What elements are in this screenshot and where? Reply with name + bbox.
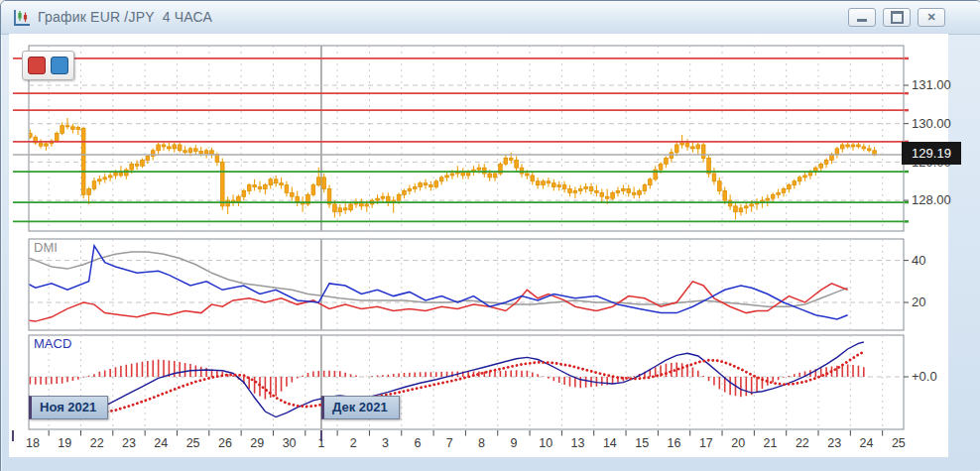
candle-body bbox=[504, 159, 508, 165]
candle-body bbox=[718, 181, 722, 191]
candle-body bbox=[568, 188, 572, 192]
day-label: 26 bbox=[218, 436, 232, 450]
candle-body bbox=[638, 190, 642, 194]
candle-body bbox=[782, 188, 786, 192]
candle-body bbox=[632, 192, 636, 194]
day-label: 9 bbox=[510, 436, 517, 450]
candle-body bbox=[862, 147, 866, 149]
candle-body bbox=[701, 145, 705, 159]
candle-body bbox=[797, 177, 801, 181]
current-price-tag: 129.19 bbox=[902, 142, 961, 165]
candle-body bbox=[584, 187, 588, 189]
candle-body bbox=[274, 179, 278, 183]
candle-body bbox=[493, 174, 497, 177]
day-label: 10 bbox=[539, 436, 552, 450]
candle-body bbox=[851, 145, 855, 147]
maximize-button[interactable] bbox=[883, 8, 911, 27]
candle-body bbox=[450, 174, 454, 176]
day-label: 20 bbox=[731, 436, 745, 450]
day-label: 21 bbox=[764, 436, 778, 450]
candle-body bbox=[108, 176, 112, 177]
candle-body bbox=[526, 174, 530, 176]
candle-body bbox=[531, 176, 535, 181]
candle-body bbox=[643, 185, 647, 191]
candle-body bbox=[766, 198, 770, 200]
candle-body bbox=[659, 164, 663, 170]
level-stub bbox=[905, 220, 910, 222]
candle-body bbox=[777, 192, 781, 194]
day-label: 22 bbox=[90, 436, 104, 450]
candle-body bbox=[482, 168, 486, 174]
candle-body bbox=[803, 176, 807, 177]
close-button[interactable]: ✕ bbox=[918, 8, 945, 27]
candle-body bbox=[119, 173, 123, 176]
candle-body bbox=[552, 183, 556, 187]
price-axis-label: 130.00 bbox=[912, 116, 951, 131]
price-axis-label: 128.00 bbox=[912, 192, 951, 207]
level-stub bbox=[905, 58, 910, 59]
day-label: 3 bbox=[382, 436, 389, 450]
candle-body bbox=[162, 145, 166, 147]
candle-body bbox=[835, 149, 839, 155]
minimize-button[interactable] bbox=[848, 8, 876, 27]
candle-body bbox=[103, 177, 107, 179]
level-stub bbox=[905, 171, 910, 173]
level-stub bbox=[905, 92, 910, 94]
day-label: 23 bbox=[122, 436, 136, 450]
chart-canvas[interactable]: 131.00130.00129.00128.004020+0.018192223… bbox=[1, 34, 980, 471]
candle-body bbox=[215, 155, 219, 163]
maximize-icon bbox=[891, 11, 904, 24]
window-controls: ✕ bbox=[848, 8, 945, 27]
day-label: 6 bbox=[414, 436, 421, 450]
candle-body bbox=[291, 192, 295, 196]
candle-body bbox=[595, 190, 599, 192]
candle-body bbox=[98, 179, 102, 181]
candle-body bbox=[220, 162, 224, 206]
title-bar[interactable]: График EUR /JPY 4 ЧАСА ✕ bbox=[1, 1, 980, 35]
candle-body bbox=[573, 190, 577, 192]
candle-body bbox=[199, 152, 203, 154]
candle-body bbox=[439, 177, 443, 181]
candle-body bbox=[65, 126, 69, 127]
candle-body bbox=[744, 206, 748, 208]
candle-body bbox=[562, 185, 566, 189]
day-label: 14 bbox=[603, 436, 617, 450]
candle-body bbox=[343, 208, 347, 210]
macd-axis-label: +0.0 bbox=[912, 369, 937, 384]
candle-body bbox=[114, 173, 118, 176]
blue-series-button[interactable] bbox=[51, 57, 68, 74]
candle-body bbox=[819, 164, 823, 168]
candle-body bbox=[365, 204, 369, 206]
day-label: 24 bbox=[154, 436, 168, 450]
candle-body bbox=[622, 188, 626, 190]
candle-body bbox=[81, 128, 85, 194]
level-stub bbox=[905, 109, 910, 111]
candle-body bbox=[403, 190, 407, 194]
candle-body bbox=[557, 185, 561, 187]
candle-body bbox=[696, 145, 700, 149]
candle-body bbox=[87, 188, 91, 194]
candle-body bbox=[712, 174, 716, 181]
candle-body bbox=[376, 198, 380, 200]
candle-body bbox=[648, 179, 652, 185]
day-label: 17 bbox=[699, 436, 713, 450]
panel-border bbox=[29, 46, 904, 231]
level-stub bbox=[905, 201, 910, 203]
candle-body bbox=[184, 151, 187, 153]
candle-body bbox=[477, 168, 481, 170]
candle-body bbox=[728, 200, 732, 206]
candle-body bbox=[311, 185, 315, 195]
candle-body bbox=[316, 177, 320, 185]
candle-body bbox=[680, 143, 684, 145]
macd-panel-label: MACD bbox=[34, 336, 71, 351]
red-series-button[interactable] bbox=[28, 57, 46, 74]
candle-body bbox=[434, 181, 438, 187]
dmi-axis-label: 20 bbox=[912, 294, 925, 309]
candle-body bbox=[338, 208, 342, 212]
candle-body bbox=[173, 145, 177, 149]
candle-body bbox=[285, 185, 289, 193]
candle-body bbox=[296, 196, 300, 202]
candle-body bbox=[178, 145, 182, 151]
candle-body bbox=[846, 145, 850, 147]
candle-body bbox=[413, 187, 417, 189]
